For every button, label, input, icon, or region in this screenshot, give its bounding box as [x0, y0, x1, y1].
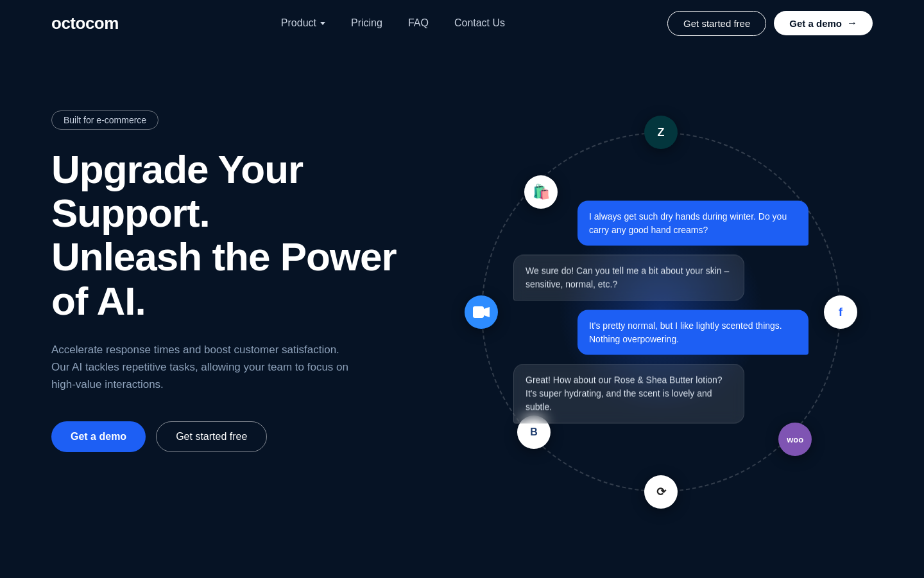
hero-get-demo-button[interactable]: Get a demo — [51, 421, 146, 452]
hero-get-started-button[interactable]: Get started free — [156, 421, 267, 452]
freshdesk-icon: f — [824, 295, 857, 329]
nav-links: Product Pricing FAQ Contact Us — [281, 17, 505, 29]
chat-message-2: We sure do! Can you tell me a bit about … — [513, 255, 809, 301]
chat-message-4: Great! How about our Rose & Shea Butter … — [513, 364, 809, 424]
nav-faq[interactable]: FAQ — [408, 17, 429, 28]
user-bubble-1: I always get such dry hands during winte… — [578, 201, 809, 246]
nav-contact[interactable]: Contact Us — [454, 17, 505, 28]
chevron-down-icon — [320, 22, 325, 25]
hero-description: Accelerate response times and boost cust… — [51, 341, 359, 394]
user-bubble-2: It's pretty normal, but I like lightly s… — [578, 310, 809, 355]
chat-area: I always get such dry hands during winte… — [513, 201, 809, 424]
recharge-icon: ⟳ — [644, 475, 678, 509]
nav-buttons: Get started free Get a demo → — [667, 11, 873, 36]
hero-section: Built for e-commerce Upgrade Your Suppor… — [0, 46, 924, 578]
bot-bubble-2: Great! How about our Rose & Shea Butter … — [513, 364, 744, 424]
zoom-icon — [465, 295, 498, 329]
hero-title: Upgrade Your Support. Unleash the Power … — [51, 148, 411, 323]
woocommerce-icon: woo — [778, 423, 812, 456]
hero-right: Z 🛍️ B ⟳ woo f — [398, 46, 924, 578]
navbar: octocom Product Pricing FAQ Contact Us G… — [0, 0, 924, 46]
hero-left: Built for e-commerce Upgrade Your Suppor… — [51, 85, 411, 452]
nav-product[interactable]: Product — [281, 17, 325, 29]
hero-actions: Get a demo Get started free — [51, 421, 411, 452]
chat-message-1: I always get such dry hands during winte… — [513, 201, 809, 246]
zendesk-icon: Z — [644, 116, 678, 149]
orbit-container: Z 🛍️ B ⟳ woo f — [481, 132, 841, 492]
get-demo-button[interactable]: Get a demo → — [774, 11, 873, 35]
nav-pricing[interactable]: Pricing — [351, 17, 382, 28]
get-started-free-button[interactable]: Get started free — [667, 11, 766, 36]
logo: octocom — [51, 13, 119, 33]
bot-bubble-1: We sure do! Can you tell me a bit about … — [513, 255, 744, 301]
hero-badge: Built for e-commerce — [51, 110, 158, 130]
svg-rect-0 — [473, 306, 484, 318]
svg-marker-1 — [484, 307, 490, 317]
chat-message-3: It's pretty normal, but I like lightly s… — [513, 310, 809, 355]
arrow-right-icon: → — [847, 17, 857, 29]
